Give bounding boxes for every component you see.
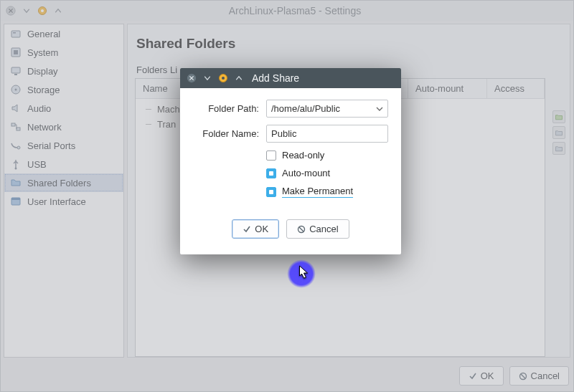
make-permanent-checkbox[interactable]: Make Permanent [266,186,388,198]
svg-rect-6 [14,50,18,54]
sidebar-item-label: Network [27,122,62,133]
window-footer: OK Cancel [1,360,573,391]
ui-icon [10,196,22,207]
folder-path-row: Folder Path: /home/alu/Public [193,100,388,118]
dialog-ok-button[interactable]: OK [232,219,279,239]
svg-point-13 [17,146,20,149]
svg-rect-4 [13,32,16,34]
close-icon[interactable] [186,72,197,84]
sidebar-item-label: USB [27,159,47,170]
button-label: OK [481,371,494,381]
svg-rect-16 [11,198,20,200]
sidebar-item-system[interactable]: System [4,43,123,62]
mouse-cursor [298,265,309,279]
add-share-dialog: Add Share Folder Path: /home/alu/Public … [180,68,401,254]
sidebar-item-network[interactable]: Network [4,118,123,136]
sidebar-item-storage[interactable]: Storage [4,80,123,99]
dialog-titlebar: Add Share [180,68,401,88]
button-label: Cancel [309,224,338,234]
checkbox-box [266,168,276,178]
svg-rect-3 [11,31,20,37]
titlebar: ArchLinux-Plasma5 - Settings [1,1,573,21]
check-icon [243,225,251,234]
sidebar-item-label: Audio [27,103,51,114]
ok-button[interactable]: OK [459,366,504,386]
sidebar-item-audio[interactable]: Audio [4,99,123,118]
check-icon [469,372,477,381]
close-icon[interactable] [5,5,17,16]
gear-icon[interactable] [217,72,229,84]
remove-folder-button[interactable] [552,142,565,155]
dialog-cancel-button[interactable]: Cancel [286,219,349,239]
sidebar-item-user-interface[interactable]: User Interface [4,192,123,211]
folder-name-input[interactable]: Public [266,125,388,143]
forbid-icon [297,225,306,234]
read-only-checkbox[interactable]: Read-only [266,150,388,161]
sidebar-item-label: General [27,29,60,39]
sidebar-item-label: Display [27,66,58,77]
chevron-down-icon[interactable] [202,72,213,84]
storage-icon [10,84,22,95]
checkbox-label: Auto-mount [282,168,330,178]
forbid-icon [519,372,527,381]
table-toolbar [552,110,565,155]
checkbox-box [266,187,276,197]
dialog-body: Folder Path: /home/alu/Public Folder Nam… [180,88,401,254]
svg-rect-8 [14,74,17,75]
folder-icon [10,177,22,188]
button-label: Cancel [531,371,560,381]
col-auto-mount[interactable]: Auto-mount [408,79,487,98]
sidebar-item-label: User Interface [27,196,86,207]
dialog-checks: Read-only Auto-mount Make Permanent [266,150,388,198]
checkbox-box [266,150,276,161]
col-access[interactable]: Access [487,79,545,98]
display-icon [10,65,22,77]
add-folder-button[interactable] [552,110,565,123]
svg-rect-12 [17,128,20,130]
sidebar-item-usb[interactable]: USB [4,155,123,173]
folder-name-row: Folder Name: Public [193,125,388,143]
window-title: ArchLinux-Plasma5 - Settings [68,5,522,16]
svg-point-10 [15,89,17,91]
page-title: Shared Folders [136,36,561,52]
folder-name-value: Public [271,128,296,139]
sidebar-item-label: Storage [27,85,60,95]
sidebar: General System Display Storage Audio Net… [4,24,124,358]
dialog-title: Add Share [252,72,299,84]
sidebar-item-serial-ports[interactable]: Serial Ports [4,136,123,155]
sidebar-item-label: System [27,47,58,58]
sidebar-item-shared-folders[interactable]: Shared Folders [4,173,123,192]
svg-rect-11 [11,123,15,126]
gear-icon[interactable] [37,5,48,16]
general-icon [10,28,22,39]
serial-icon [10,140,22,151]
checkbox-label: Read-only [282,150,324,161]
button-label: OK [255,224,268,234]
checkbox-label: Make Permanent [282,186,353,198]
folder-path-value: /home/alu/Public [271,103,340,114]
sidebar-item-display[interactable]: Display [4,62,123,80]
cancel-button[interactable]: Cancel [509,366,569,386]
svg-point-2 [41,9,44,12]
folder-path-dropdown[interactable]: /home/alu/Public [266,100,388,118]
svg-point-14 [15,168,17,170]
chevron-down-icon [376,105,383,113]
chevron-up-icon[interactable] [52,5,64,16]
system-icon [10,47,22,58]
folder-path-label: Folder Path: [193,103,259,114]
sidebar-item-label: Serial Ports [27,140,75,151]
network-icon [10,121,22,133]
chevron-down-icon[interactable] [21,5,32,16]
sidebar-item-label: Shared Folders [27,178,91,188]
audio-icon [10,102,22,114]
dialog-footer: OK Cancel [193,212,388,249]
folder-name-label: Folder Name: [193,128,259,139]
auto-mount-checkbox[interactable]: Auto-mount [266,168,388,178]
usb-icon [10,158,22,170]
svg-rect-7 [11,67,20,73]
chevron-up-icon[interactable] [233,72,245,84]
sidebar-item-general[interactable]: General [4,24,123,43]
edit-folder-button[interactable] [552,126,565,139]
svg-point-20 [222,77,225,80]
